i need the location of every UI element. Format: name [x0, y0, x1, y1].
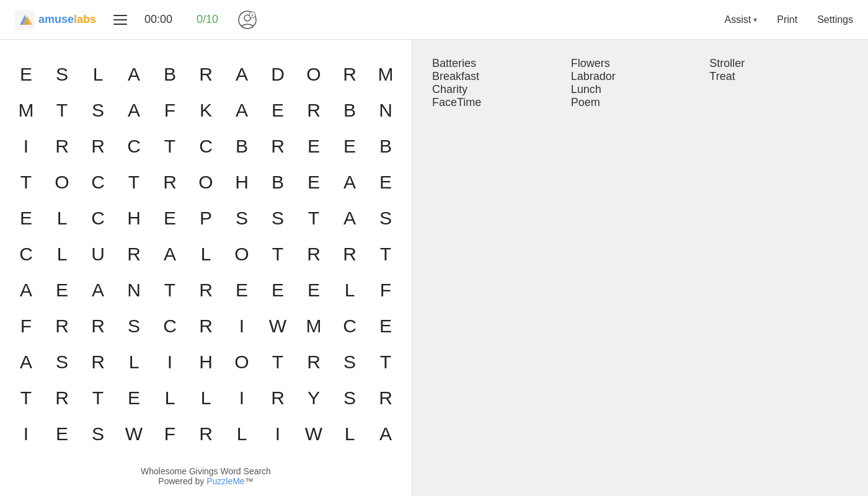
grid-cell[interactable]: M [8, 92, 44, 128]
grid-cell[interactable]: R [296, 236, 332, 272]
grid-cell[interactable]: N [116, 272, 152, 308]
grid-cell[interactable]: B [332, 92, 368, 128]
grid-cell[interactable]: F [152, 92, 188, 128]
grid-cell[interactable]: R [44, 308, 80, 344]
grid-cell[interactable]: O [224, 344, 260, 380]
grid-cell[interactable]: S [368, 200, 404, 236]
grid-cell[interactable]: W [296, 416, 332, 452]
grid-cell[interactable]: U [80, 236, 116, 272]
grid-cell[interactable]: C [80, 200, 116, 236]
grid-cell[interactable]: T [116, 164, 152, 200]
grid-cell[interactable]: R [260, 128, 296, 164]
grid-cell[interactable]: A [332, 164, 368, 200]
grid-cell[interactable]: R [188, 416, 224, 452]
grid-cell[interactable]: R [80, 344, 116, 380]
grid-cell[interactable]: N [368, 92, 404, 128]
grid-cell[interactable]: C [80, 164, 116, 200]
grid-cell[interactable]: L [44, 200, 80, 236]
grid-cell[interactable]: T [152, 128, 188, 164]
grid-cell[interactable]: T [152, 272, 188, 308]
grid-cell[interactable]: E [8, 200, 44, 236]
grid-cell[interactable]: H [188, 344, 224, 380]
profile-button[interactable]: + [236, 9, 259, 31]
assist-button[interactable]: Assist ▾ [725, 14, 758, 25]
grid-cell[interactable]: L [116, 344, 152, 380]
word-item[interactable]: Breakfast [432, 70, 571, 83]
grid-cell[interactable]: I [8, 416, 44, 452]
grid-cell[interactable]: S [332, 380, 368, 416]
grid-cell[interactable]: S [224, 200, 260, 236]
word-item[interactable]: Labrador [571, 70, 710, 83]
grid-cell[interactable]: S [44, 56, 80, 92]
grid-cell[interactable]: R [116, 236, 152, 272]
grid-cell[interactable]: E [260, 272, 296, 308]
grid-cell[interactable]: A [368, 416, 404, 452]
puzzleme-link[interactable]: PuzzleMe [206, 476, 244, 486]
word-item[interactable]: Batteries [432, 57, 571, 70]
grid-cell[interactable]: C [8, 236, 44, 272]
grid-cell[interactable]: R [80, 128, 116, 164]
grid-cell[interactable]: T [296, 200, 332, 236]
grid-cell[interactable]: E [44, 416, 80, 452]
grid-cell[interactable]: H [224, 164, 260, 200]
grid-cell[interactable]: R [260, 380, 296, 416]
word-item[interactable]: Charity [432, 83, 571, 96]
grid-cell[interactable]: T [368, 344, 404, 380]
grid-cell[interactable]: F [152, 416, 188, 452]
grid-cell[interactable]: E [296, 164, 332, 200]
grid-cell[interactable]: L [44, 236, 80, 272]
grid-cell[interactable]: L [332, 272, 368, 308]
grid-cell[interactable]: Y [296, 380, 332, 416]
grid-cell[interactable]: I [224, 380, 260, 416]
grid-cell[interactable]: S [260, 200, 296, 236]
grid-cell[interactable]: B [152, 56, 188, 92]
grid-cell[interactable]: R [188, 308, 224, 344]
grid-cell[interactable]: S [116, 308, 152, 344]
word-item[interactable]: FaceTime [432, 96, 571, 109]
word-item[interactable]: Treat [709, 70, 848, 83]
grid-cell[interactable]: W [116, 416, 152, 452]
grid-cell[interactable]: R [296, 92, 332, 128]
grid-cell[interactable]: E [116, 380, 152, 416]
grid-cell[interactable]: E [224, 272, 260, 308]
grid-cell[interactable]: I [224, 308, 260, 344]
grid-cell[interactable]: E [260, 92, 296, 128]
print-button[interactable]: Print [777, 14, 797, 25]
grid-cell[interactable]: M [296, 308, 332, 344]
grid-cell[interactable]: B [224, 128, 260, 164]
grid-cell[interactable]: C [332, 308, 368, 344]
grid-cell[interactable]: A [116, 92, 152, 128]
grid-cell[interactable]: A [116, 56, 152, 92]
grid-cell[interactable]: K [188, 92, 224, 128]
grid-cell[interactable]: R [80, 308, 116, 344]
grid-cell[interactable]: F [368, 272, 404, 308]
grid-cell[interactable]: L [188, 380, 224, 416]
grid-cell[interactable]: E [8, 56, 44, 92]
grid-cell[interactable]: O [224, 236, 260, 272]
grid-cell[interactable]: E [296, 272, 332, 308]
grid-cell[interactable]: R [188, 56, 224, 92]
grid-cell[interactable]: T [44, 92, 80, 128]
grid-cell[interactable]: E [332, 128, 368, 164]
grid-cell[interactable]: W [260, 308, 296, 344]
grid-cell[interactable]: A [224, 56, 260, 92]
grid-cell[interactable]: A [8, 344, 44, 380]
grid-cell[interactable]: R [44, 380, 80, 416]
grid-cell[interactable]: O [44, 164, 80, 200]
grid-cell[interactable]: A [80, 272, 116, 308]
grid-cell[interactable]: I [260, 416, 296, 452]
grid-cell[interactable]: T [260, 344, 296, 380]
grid-cell[interactable]: R [44, 128, 80, 164]
grid-cell[interactable]: T [80, 380, 116, 416]
grid-cell[interactable]: B [260, 164, 296, 200]
grid-cell[interactable]: E [296, 128, 332, 164]
grid-cell[interactable]: L [152, 380, 188, 416]
grid-cell[interactable]: T [8, 164, 44, 200]
grid-cell[interactable]: A [152, 236, 188, 272]
grid-cell[interactable]: C [188, 128, 224, 164]
grid-cell[interactable]: E [152, 200, 188, 236]
hamburger-button[interactable] [111, 12, 130, 27]
grid-cell[interactable]: S [44, 344, 80, 380]
grid-cell[interactable]: P [188, 200, 224, 236]
grid-cell[interactable]: S [332, 344, 368, 380]
